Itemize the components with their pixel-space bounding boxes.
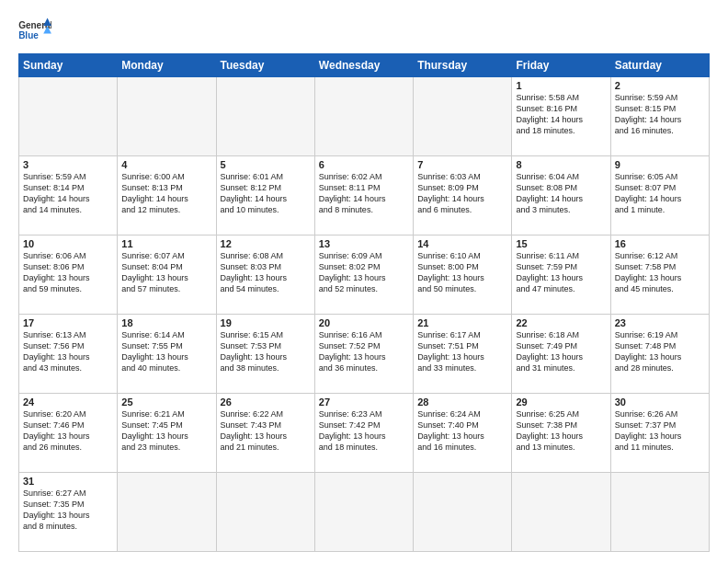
day-number: 27 [319,396,409,408]
day-info: Sunrise: 6:07 AM Sunset: 8:04 PM Dayligh… [121,250,211,295]
day-number: 14 [417,238,507,249]
calendar-cell: 22Sunrise: 6:18 AM Sunset: 7:49 PM Dayli… [512,315,610,394]
calendar-cell [19,77,118,156]
day-info: Sunrise: 6:14 AM Sunset: 7:55 PM Dayligh… [121,329,211,374]
day-number: 23 [615,317,705,328]
day-info: Sunrise: 6:12 AM Sunset: 7:58 PM Dayligh… [615,250,705,295]
day-info: Sunrise: 6:03 AM Sunset: 8:09 PM Dayligh… [417,171,507,216]
day-info: Sunrise: 6:16 AM Sunset: 7:52 PM Dayligh… [319,329,409,374]
day-info: Sunrise: 6:18 AM Sunset: 7:49 PM Dayligh… [516,329,606,374]
calendar-cell: 24Sunrise: 6:20 AM Sunset: 7:46 PM Dayli… [19,394,118,473]
calendar-cell: 13Sunrise: 6:09 AM Sunset: 8:02 PM Dayli… [314,236,413,315]
day-number: 29 [516,396,606,408]
calendar-cell: 17Sunrise: 6:13 AM Sunset: 7:56 PM Dayli… [19,315,118,394]
day-info: Sunrise: 6:13 AM Sunset: 7:56 PM Dayligh… [23,329,113,374]
day-info: Sunrise: 6:06 AM Sunset: 8:06 PM Dayligh… [23,250,113,295]
day-number: 15 [516,238,606,249]
calendar-cell: 7Sunrise: 6:03 AM Sunset: 8:09 PM Daylig… [414,156,512,236]
calendar-cell: 27Sunrise: 6:23 AM Sunset: 7:42 PM Dayli… [314,394,413,473]
day-number: 16 [615,238,705,249]
calendar-cell: 16Sunrise: 6:12 AM Sunset: 7:58 PM Dayli… [610,236,709,315]
calendar-cell: 18Sunrise: 6:14 AM Sunset: 7:55 PM Dayli… [118,315,216,394]
calendar-cell: 23Sunrise: 6:19 AM Sunset: 7:48 PM Dayli… [610,315,709,394]
day-number: 28 [417,396,507,408]
week-row-3: 10Sunrise: 6:06 AM Sunset: 8:06 PM Dayli… [19,236,710,315]
day-number: 13 [319,238,409,249]
day-info: Sunrise: 6:17 AM Sunset: 7:51 PM Dayligh… [417,329,507,374]
calendar-cell: 2Sunrise: 5:59 AM Sunset: 8:15 PM Daylig… [610,77,709,156]
day-info: Sunrise: 5:59 AM Sunset: 8:14 PM Dayligh… [23,171,113,216]
calendar-cell: 1Sunrise: 5:58 AM Sunset: 8:16 PM Daylig… [512,77,610,156]
weekday-thursday: Thursday [414,54,512,77]
day-number: 11 [121,238,211,249]
page: General Blue SundayMondayTuesdayWednesda… [0,0,728,563]
day-info: Sunrise: 6:02 AM Sunset: 8:11 PM Dayligh… [319,171,409,216]
calendar-cell: 6Sunrise: 6:02 AM Sunset: 8:11 PM Daylig… [314,156,413,236]
day-info: Sunrise: 6:00 AM Sunset: 8:13 PM Dayligh… [121,171,211,216]
day-info: Sunrise: 6:24 AM Sunset: 7:40 PM Dayligh… [417,408,507,454]
week-row-2: 3Sunrise: 5:59 AM Sunset: 8:14 PM Daylig… [19,156,710,236]
day-number: 1 [516,80,606,91]
day-number: 18 [121,317,211,328]
day-number: 21 [417,317,507,328]
day-info: Sunrise: 6:19 AM Sunset: 7:48 PM Dayligh… [615,329,705,374]
calendar-cell: 19Sunrise: 6:15 AM Sunset: 7:53 PM Dayli… [216,315,314,394]
day-info: Sunrise: 6:08 AM Sunset: 8:03 PM Dayligh… [221,250,311,295]
day-number: 12 [221,238,311,249]
day-number: 10 [23,238,113,249]
day-number: 26 [221,396,311,408]
header: General Blue [18,17,710,44]
calendar-cell: 26Sunrise: 6:22 AM Sunset: 7:43 PM Dayli… [216,394,314,473]
day-number: 31 [23,476,113,487]
calendar-table: SundayMondayTuesdayWednesdayThursdayFrid… [18,53,710,552]
day-number: 8 [516,159,606,170]
day-number: 22 [516,317,606,328]
week-row-4: 17Sunrise: 6:13 AM Sunset: 7:56 PM Dayli… [19,315,710,394]
calendar-cell: 5Sunrise: 6:01 AM Sunset: 8:12 PM Daylig… [216,156,314,236]
calendar-cell: 31Sunrise: 6:27 AM Sunset: 7:35 PM Dayli… [19,473,118,552]
calendar-cell: 10Sunrise: 6:06 AM Sunset: 8:06 PM Dayli… [19,236,118,315]
week-row-6: 31Sunrise: 6:27 AM Sunset: 7:35 PM Dayli… [19,473,710,552]
calendar-cell [118,77,216,156]
day-number: 9 [615,159,705,170]
day-info: Sunrise: 6:01 AM Sunset: 8:12 PM Dayligh… [221,171,311,216]
calendar-cell: 21Sunrise: 6:17 AM Sunset: 7:51 PM Dayli… [414,315,512,394]
calendar-cell: 29Sunrise: 6:25 AM Sunset: 7:38 PM Dayli… [512,394,610,473]
day-info: Sunrise: 6:15 AM Sunset: 7:53 PM Dayligh… [221,329,311,374]
calendar-cell: 14Sunrise: 6:10 AM Sunset: 8:00 PM Dayli… [414,236,512,315]
day-info: Sunrise: 6:20 AM Sunset: 7:46 PM Dayligh… [23,408,113,454]
day-number: 17 [23,317,113,328]
calendar-cell [314,473,413,552]
weekday-sunday: Sunday [19,54,118,77]
day-number: 7 [417,159,507,170]
calendar-cell: 8Sunrise: 6:04 AM Sunset: 8:08 PM Daylig… [512,156,610,236]
day-number: 5 [221,159,311,170]
calendar-cell: 30Sunrise: 6:26 AM Sunset: 7:37 PM Dayli… [610,394,709,473]
day-number: 4 [121,159,211,170]
calendar-cell: 12Sunrise: 6:08 AM Sunset: 8:03 PM Dayli… [216,236,314,315]
weekday-tuesday: Tuesday [216,54,314,77]
calendar-cell: 4Sunrise: 6:00 AM Sunset: 8:13 PM Daylig… [118,156,216,236]
week-row-1: 1Sunrise: 5:58 AM Sunset: 8:16 PM Daylig… [19,77,710,156]
calendar-cell: 20Sunrise: 6:16 AM Sunset: 7:52 PM Dayli… [314,315,413,394]
day-number: 25 [121,396,211,408]
calendar-cell [118,473,216,552]
day-info: Sunrise: 6:21 AM Sunset: 7:45 PM Dayligh… [121,408,211,454]
day-info: Sunrise: 6:26 AM Sunset: 7:37 PM Dayligh… [615,408,705,454]
calendar-cell [216,77,314,156]
weekday-wednesday: Wednesday [314,54,413,77]
calendar-cell [414,473,512,552]
weekday-saturday: Saturday [610,54,709,77]
weekday-friday: Friday [512,54,610,77]
day-info: Sunrise: 6:25 AM Sunset: 7:38 PM Dayligh… [516,408,606,454]
weekday-monday: Monday [118,54,216,77]
calendar-cell: 25Sunrise: 6:21 AM Sunset: 7:45 PM Dayli… [118,394,216,473]
svg-text:Blue: Blue [18,30,39,40]
week-row-5: 24Sunrise: 6:20 AM Sunset: 7:46 PM Dayli… [19,394,710,473]
calendar-cell: 11Sunrise: 6:07 AM Sunset: 8:04 PM Dayli… [118,236,216,315]
day-number: 30 [615,396,705,408]
day-number: 2 [615,80,705,91]
day-info: Sunrise: 5:59 AM Sunset: 8:15 PM Dayligh… [615,92,705,137]
weekday-header-row: SundayMondayTuesdayWednesdayThursdayFrid… [19,54,710,77]
day-number: 24 [23,396,113,408]
